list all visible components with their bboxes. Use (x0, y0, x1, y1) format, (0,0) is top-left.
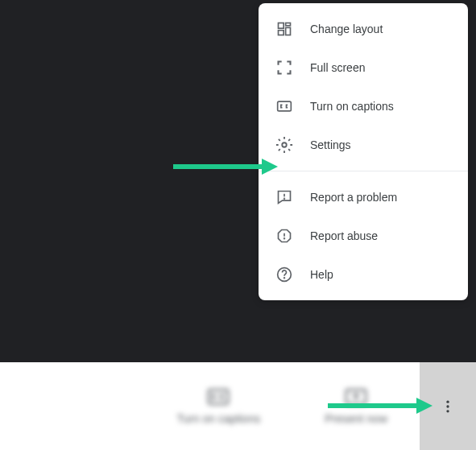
menu-item-change-layout[interactable]: Change layout (259, 10, 468, 48)
svg-rect-2 (286, 27, 291, 35)
svg-rect-13 (209, 390, 228, 404)
menu-item-report-problem[interactable]: Report a problem (259, 178, 468, 217)
present-button[interactable]: Present now (292, 388, 420, 425)
settings-icon (275, 135, 294, 155)
captions-icon (207, 388, 230, 406)
change-layout-icon (275, 19, 294, 39)
menu-item-label: Settings (310, 138, 351, 151)
report-problem-icon (275, 188, 294, 207)
svg-rect-4 (278, 101, 292, 111)
svg-point-16 (446, 405, 449, 407)
help-icon (275, 265, 294, 284)
svg-point-7 (284, 198, 285, 199)
menu-item-label: Full screen (310, 61, 365, 74)
menu-item-label: Help (310, 268, 333, 281)
svg-point-17 (446, 410, 449, 412)
captions-label: Turn on captions (176, 412, 260, 425)
menu-divider (259, 171, 468, 171)
svg-rect-0 (279, 23, 284, 29)
more-options-button[interactable] (420, 362, 476, 450)
menu-item-captions[interactable]: Turn on captions (259, 87, 468, 126)
menu-item-label: Turn on captions (310, 100, 394, 113)
svg-point-15 (446, 400, 449, 403)
more-vertical-icon (440, 398, 456, 415)
menu-item-report-abuse[interactable]: Report abuse (259, 217, 468, 255)
menu-item-help[interactable]: Help (259, 255, 468, 294)
svg-point-5 (282, 142, 287, 147)
captions-icon (275, 97, 294, 116)
report-abuse-icon (275, 226, 294, 246)
svg-point-12 (284, 278, 285, 279)
menu-item-label: Change layout (310, 23, 383, 35)
fullscreen-icon (275, 58, 294, 77)
svg-rect-1 (286, 23, 291, 26)
present-icon (345, 388, 367, 406)
menu-item-settings[interactable]: Settings (259, 126, 468, 164)
menu-item-label: Report abuse (310, 229, 378, 242)
menu-item-fullscreen[interactable]: Full screen (259, 48, 468, 87)
svg-point-10 (284, 238, 285, 239)
captions-button[interactable]: Turn on captions (144, 388, 292, 425)
bottom-toolbar: Turn on captions Present now (0, 362, 476, 450)
svg-rect-3 (279, 31, 284, 35)
more-options-menu: Change layout Full screen Turn on captio… (259, 3, 468, 300)
menu-item-label: Report a problem (310, 191, 397, 204)
present-label: Present now (325, 412, 387, 425)
